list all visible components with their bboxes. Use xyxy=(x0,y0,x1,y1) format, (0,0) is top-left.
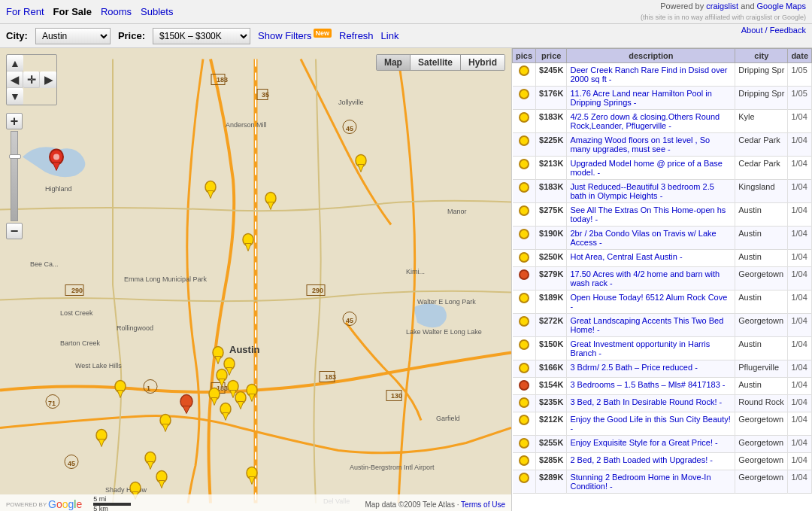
city-label: City: xyxy=(6,30,28,41)
table-row: $279K 17.50 Acres with 4/2 home and barn… xyxy=(513,267,812,290)
listing-link[interactable]: Great Investment opportunity in Harris B… xyxy=(570,339,710,357)
svg-text:35: 35 xyxy=(262,91,269,99)
row-price: $166K xyxy=(536,360,567,378)
row-desc: Great Investment opportunity in Harris B… xyxy=(567,337,735,360)
listing-link[interactable]: Amazing Wood floors on 1st level , So ma… xyxy=(570,135,710,154)
listing-dot xyxy=(519,229,529,239)
powered-text: Powered by xyxy=(660,2,706,11)
row-pic xyxy=(513,87,536,110)
zoom-in-button[interactable]: + xyxy=(6,113,23,129)
row-date: 1/04 xyxy=(788,337,812,360)
scale-bar: 5 mi 5 km xyxy=(93,496,131,511)
google-maps-link[interactable]: Google Maps xyxy=(757,2,806,11)
zoom-out-button[interactable]: − xyxy=(6,223,23,239)
pan-up-button[interactable]: ▲ xyxy=(7,55,23,71)
terms-of-use-link[interactable]: Terms of Use xyxy=(461,500,505,509)
row-city: Kyle xyxy=(735,110,788,133)
nav-for-sale[interactable]: For Sale xyxy=(53,6,92,17)
map-type-satellite[interactable]: Satellite xyxy=(411,55,461,70)
nav-rooms[interactable]: Rooms xyxy=(101,6,132,17)
listing-table: pics price description city date $245K D… xyxy=(512,48,812,494)
listing-link[interactable]: Enjoy Exquisite Style for a Great Price!… xyxy=(570,438,717,447)
listing-link[interactable]: 17.50 Acres with 4/2 home and barn with … xyxy=(570,269,720,287)
zoom-slider[interactable] xyxy=(11,131,18,221)
row-pic xyxy=(513,157,536,180)
city-select[interactable]: Austin xyxy=(35,28,111,44)
listing-link[interactable]: 4/2.5 Zero down & closing.Others Round R… xyxy=(570,112,720,130)
listing-link[interactable]: Deer Creek Ranch Rare Find in Dsisd over… xyxy=(570,65,727,84)
row-price: $245K xyxy=(536,63,567,87)
row-city: Cedar Park xyxy=(735,157,788,180)
svg-text:Lake Walter E Long Lake: Lake Walter E Long Lake xyxy=(406,328,482,336)
listing-link[interactable]: Enjoy the Good Life in this Sun City Bea… xyxy=(570,415,730,433)
map-type-map[interactable]: Map xyxy=(377,55,411,70)
pan-center-button[interactable]: ✛ xyxy=(23,71,40,88)
listing-dot xyxy=(519,415,529,425)
listing-link[interactable]: Just Reduced--Beautiful 3 bedroom 2.5 ba… xyxy=(570,182,714,200)
listing-dot xyxy=(519,455,529,466)
svg-text:Emma Long Municipal Park: Emma Long Municipal Park xyxy=(124,275,208,283)
row-city: Kingsland xyxy=(735,180,788,203)
row-pic xyxy=(513,250,536,267)
row-date: 1/05 xyxy=(788,87,812,110)
powered-by-text: POWERED BY xyxy=(6,501,47,508)
table-row: $275K See All The Extras On This Home-op… xyxy=(513,203,812,227)
svg-text:Manor: Manor xyxy=(447,208,467,215)
show-filters-link[interactable]: Show FiltersNew xyxy=(258,29,332,41)
listing-link[interactable]: 3 Bed, 2 Bath In Desirable Round Rock! - xyxy=(570,397,722,406)
price-label: Price: xyxy=(118,30,145,41)
listing-link[interactable]: 11.76 Acre Land near Hamilton Pool in Dr… xyxy=(570,89,711,107)
zoom-handle[interactable] xyxy=(9,154,21,159)
row-date: 1/04 xyxy=(788,314,812,337)
map-area[interactable]: Map Satellite Hybrid ▲ ◀ ✛ ▶ ▼ + − xyxy=(0,48,511,511)
row-date: 1/04 xyxy=(788,290,812,314)
row-desc: 3 Bdrm/ 2.5 Bath – Price reduced - xyxy=(567,360,735,378)
listing-dot xyxy=(519,182,529,193)
pan-right-button[interactable]: ▶ xyxy=(40,71,56,88)
listing-link[interactable]: 2 Bed, 2 Bath Loaded with Upgrades! - xyxy=(570,455,713,464)
craigslist-link[interactable]: craigslist xyxy=(706,2,738,11)
row-date: 1/04 xyxy=(788,378,812,395)
listing-link[interactable]: 2br / 2ba Condo Vilas on Travis w/ Lake … xyxy=(570,229,716,247)
pan-left-button[interactable]: ◀ xyxy=(7,71,23,88)
row-city: Austin xyxy=(735,378,788,395)
listing-link[interactable]: Open House Today! 6512 Alum Rock Cove - xyxy=(570,293,727,311)
pan-down-button[interactable]: ▼ xyxy=(7,88,23,105)
row-city: Georgetown xyxy=(735,267,788,290)
svg-text:183: 183 xyxy=(217,76,228,84)
listing-link[interactable]: Upgraded Model home @ price of a Base mo… xyxy=(570,159,723,177)
map-copyright: Map data ©2009 Tele Atlas · Terms of Use xyxy=(365,500,505,509)
refresh-link[interactable]: Refresh xyxy=(339,30,374,41)
listing-link[interactable]: Great Landscaping Accents This Two Bed H… xyxy=(570,316,723,334)
listing-link[interactable]: 3 Bdrm/ 2.5 Bath – Price reduced - xyxy=(570,363,697,372)
about-feedback-link[interactable]: About / Feedback xyxy=(741,26,806,35)
listing-panel: pics price description city date $245K D… xyxy=(511,48,812,511)
price-select[interactable]: $150K – $300K xyxy=(153,28,250,44)
nav-sublets[interactable]: Sublets xyxy=(141,6,173,17)
row-pic xyxy=(513,267,536,290)
row-price: $154K xyxy=(536,378,567,395)
listing-link[interactable]: Hot Area, Central East Austin - xyxy=(570,252,682,261)
link-link[interactable]: Link xyxy=(381,30,399,41)
map-type-hybrid[interactable]: Hybrid xyxy=(461,55,504,70)
listing-link[interactable]: Stunning 2 Bedroom Home in Move-In Condi… xyxy=(570,473,710,491)
col-description: description xyxy=(567,49,735,63)
row-city: Round Rock xyxy=(735,395,788,412)
row-desc: 4/2.5 Zero down & closing.Others Round R… xyxy=(567,110,735,133)
row-price: $189K xyxy=(536,290,567,314)
row-pic xyxy=(513,360,536,378)
listing-link[interactable]: See All The Extras On This Home-open hs … xyxy=(570,205,726,224)
row-city: Georgetown xyxy=(735,436,788,453)
svg-text:45: 45 xyxy=(346,317,353,324)
row-price: $150K xyxy=(536,337,567,360)
col-city: city xyxy=(735,49,788,63)
row-desc: Upgraded Model home @ price of a Base mo… xyxy=(567,157,735,180)
table-row: $166K 3 Bdrm/ 2.5 Bath – Price reduced -… xyxy=(513,360,812,378)
nav-for-rent[interactable]: For Rent xyxy=(6,6,44,17)
row-price: $176K xyxy=(536,87,567,110)
listing-link[interactable]: 3 Bedrooms – 1.5 Baths – Mls# 8417183 - xyxy=(570,380,725,389)
table-row: $250K Hot Area, Central East Austin - Au… xyxy=(513,250,812,267)
row-price: $250K xyxy=(536,250,567,267)
table-header-row: pics price description city date xyxy=(513,49,812,63)
row-city: Georgetown xyxy=(735,453,788,470)
